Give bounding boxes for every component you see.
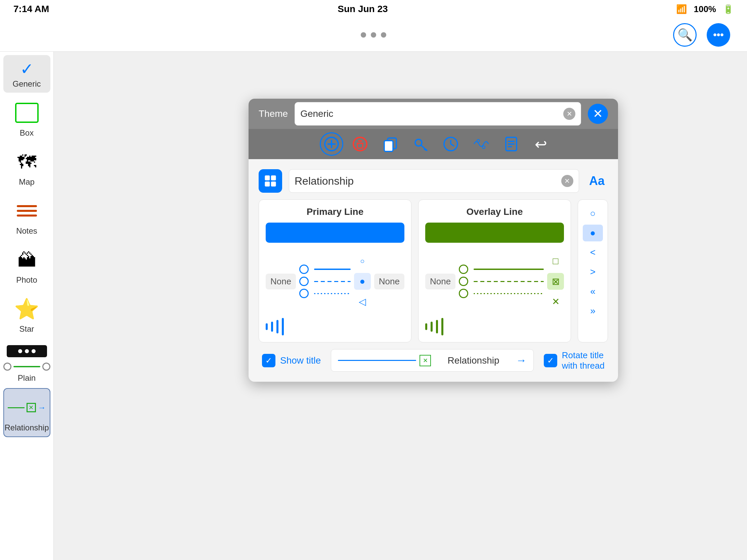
overlay-dotted-row[interactable]	[459, 289, 544, 298]
rel-arrow: →	[38, 403, 46, 412]
thickness-4[interactable]	[282, 318, 284, 336]
add-button[interactable]	[320, 132, 343, 156]
show-title-check-icon	[262, 354, 276, 367]
cap-opt-double-left[interactable]: «	[583, 283, 603, 300]
rel-line	[8, 407, 25, 408]
name-clear-btn[interactable]: ✕	[561, 175, 573, 187]
clock-button[interactable]	[437, 132, 464, 156]
font-button[interactable]: Aa	[586, 170, 608, 191]
sidebar-item-label-relationship: Relationship	[4, 423, 49, 432]
copy-button[interactable]	[377, 132, 404, 156]
svg-rect-5	[358, 140, 362, 142]
show-title-checkbox[interactable]: Show title	[262, 354, 321, 367]
overlay-radio-dotted[interactable]	[459, 289, 468, 298]
plain-dot-2	[25, 349, 29, 353]
search-button[interactable]: 🔍	[673, 23, 697, 47]
sidebar-item-label-star: Star	[19, 324, 34, 334]
rotate-title-checkbox[interactable]: Rotate titlewith thread	[544, 350, 604, 371]
sidebar-item-relationship[interactable]: ✕ → Relationship	[3, 388, 50, 437]
theme-label: Theme	[259, 108, 288, 119]
sidebar-item-label-box: Box	[20, 128, 33, 138]
svg-point-3	[353, 137, 367, 151]
name-icon	[259, 169, 282, 193]
overlay-solid-row[interactable]	[459, 265, 544, 274]
primary-radio-dashed[interactable]	[299, 277, 309, 286]
status-date: Sun Jun 23	[338, 4, 388, 15]
cap-opt-double-right[interactable]: »	[583, 302, 603, 319]
top-dots	[361, 32, 386, 37]
overlay-line-solid	[473, 269, 544, 270]
primary-radio-dotted[interactable]	[299, 289, 309, 298]
primary-start-end[interactable]: None	[266, 274, 296, 289]
sidebar-item-plain[interactable]: Plain	[3, 339, 50, 387]
overlay-cap-xbox[interactable]: ⊠	[547, 273, 564, 290]
overlay-radio-solid[interactable]	[459, 265, 468, 274]
dot-2	[371, 32, 376, 37]
overlay-thickness-3[interactable]	[436, 320, 438, 334]
primary-solid-row[interactable]	[299, 265, 351, 274]
wifi-icon: 📶	[676, 4, 687, 15]
sidebar-item-generic[interactable]: ✓ Generic	[3, 55, 50, 93]
key-button[interactable]	[407, 132, 434, 156]
primary-cap-left[interactable]: ◁	[354, 293, 371, 310]
panel: Theme ✕ ✕	[249, 99, 618, 382]
wave-button[interactable]	[467, 132, 494, 156]
thickness-2[interactable]	[271, 322, 273, 332]
overlay-thickness-2[interactable]	[431, 322, 433, 332]
primary-end-caps: ○ ● ◁	[354, 249, 371, 313]
undo-button[interactable]: ↩	[535, 136, 547, 153]
overlay-start-end[interactable]: None	[425, 274, 456, 289]
name-row: ✕ Aa	[259, 169, 608, 193]
primary-color-swatch[interactable]	[266, 222, 405, 243]
name-input[interactable]	[294, 175, 561, 187]
cap-opt-circle-empty[interactable]: ○	[583, 205, 603, 222]
primary-cap-circle[interactable]: ●	[354, 273, 371, 290]
thickness-1[interactable]	[266, 323, 268, 330]
overlay-thickness-4[interactable]	[441, 318, 443, 336]
delete-button[interactable]	[346, 132, 374, 156]
sidebar-item-notes[interactable]: Notes	[3, 192, 50, 240]
primary-cap-none[interactable]: ○	[354, 253, 371, 270]
sidebar: ✓ Generic Box 🗺 Map Notes 🏔 Photo ⭐ Sta	[0, 52, 54, 560]
primary-dashed-row[interactable]	[299, 277, 351, 286]
overlay-thickness-1[interactable]	[425, 323, 427, 330]
thickness-3[interactable]	[277, 320, 279, 334]
svg-rect-24	[265, 182, 270, 187]
svg-point-9	[415, 139, 422, 146]
notes-line-2	[17, 210, 37, 212]
sidebar-item-photo[interactable]: 🏔 Photo	[3, 241, 50, 289]
overlay-radio-dashed[interactable]	[459, 277, 468, 286]
overlay-color-swatch[interactable]	[425, 222, 564, 243]
title-preview-content: ✕ Relationship →	[331, 349, 533, 371]
main-area: Theme ✕ ✕	[54, 52, 747, 560]
cap-opt-right-chevron[interactable]: >	[583, 264, 603, 280]
plain-dot-1	[18, 349, 22, 353]
overlay-style-options	[459, 265, 544, 298]
theme-clear-btn[interactable]: ✕	[563, 108, 575, 120]
doc-button[interactable]	[498, 132, 525, 156]
overlay-cap-x[interactable]: ✕	[547, 293, 564, 310]
sidebar-item-box[interactable]: Box	[3, 94, 50, 142]
overlay-line-dotted	[473, 293, 544, 294]
primary-style-options	[299, 265, 351, 298]
overlay-dashed-row[interactable]	[459, 277, 544, 286]
theme-input[interactable]	[300, 108, 563, 119]
notes-line-1	[17, 205, 37, 207]
relationship-icon: ✕ →	[14, 394, 40, 421]
overlay-thickness-row	[425, 318, 564, 336]
sidebar-item-star[interactable]: ⭐ Star	[3, 290, 50, 338]
cap-opt-circle-filled[interactable]: ●	[583, 224, 603, 241]
dot-3	[381, 32, 386, 37]
overlay-cap-square[interactable]: □	[547, 253, 564, 270]
primary-dotted-row[interactable]	[299, 289, 351, 298]
status-bar: 7:14 AM Sun Jun 23 📶 100% 🔋	[0, 0, 747, 18]
preview-arrow-icon: →	[516, 354, 527, 367]
more-button[interactable]: •••	[707, 23, 730, 47]
primary-end-end[interactable]: None	[374, 274, 405, 289]
panel-close-btn[interactable]: ✕	[588, 104, 608, 124]
checkmark-icon: ✓	[20, 59, 33, 78]
overlay-line-panel: Overlay Line None	[418, 199, 571, 342]
primary-radio-solid[interactable]	[299, 265, 309, 274]
cap-opt-left-chevron[interactable]: <	[583, 244, 603, 261]
sidebar-item-map[interactable]: 🗺 Map	[3, 143, 50, 191]
